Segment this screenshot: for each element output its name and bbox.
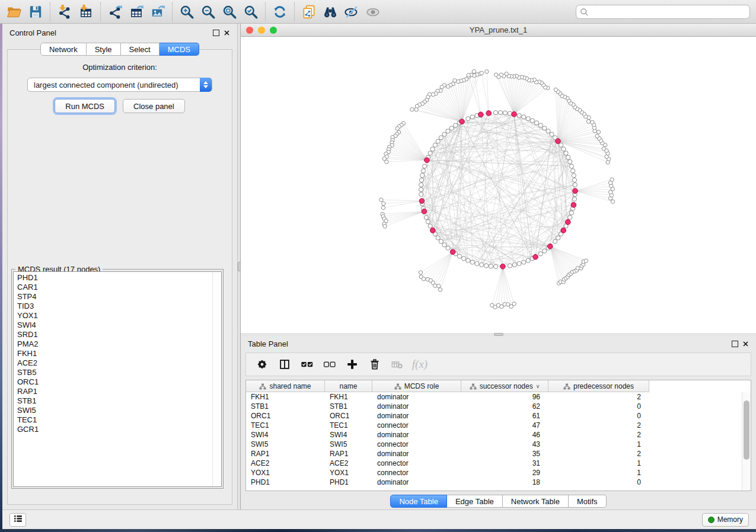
zoom-out-icon[interactable] bbox=[197, 2, 219, 21]
tab-select[interactable]: Select bbox=[121, 43, 160, 56]
mcds-result-node[interactable]: RAP1 bbox=[14, 387, 221, 396]
sort-desc-icon: ∨ bbox=[536, 383, 540, 389]
float-table-panel-icon[interactable] bbox=[732, 341, 738, 347]
cell-shared_name: TEC1 bbox=[246, 421, 325, 430]
run-mcds-button[interactable]: Run MCDS bbox=[55, 99, 115, 113]
open-file-icon[interactable] bbox=[4, 2, 25, 21]
column-header-name[interactable]: name bbox=[325, 380, 372, 392]
optimization-criterion-select[interactable]: largest connected component (undirected) bbox=[27, 78, 212, 92]
table-row[interactable]: ORC1ORC1dominator610 bbox=[246, 411, 742, 421]
deselect-all-icon[interactable] bbox=[318, 354, 341, 374]
network-view-title: YPA_prune.txt_1 bbox=[241, 25, 756, 34]
export-image-icon[interactable] bbox=[147, 2, 168, 21]
show-all-icon bbox=[362, 2, 384, 21]
select-all-icon[interactable] bbox=[296, 354, 318, 374]
settings-gear-icon[interactable] bbox=[251, 354, 273, 374]
cell-predecessor_nodes: 1 bbox=[548, 440, 649, 448]
cell-predecessor_nodes: 0 bbox=[548, 478, 649, 486]
mcds-result-node[interactable]: FKH1 bbox=[14, 349, 221, 358]
table-panel-tabs: Node TableEdge TableNetwork TableMotifs bbox=[241, 495, 756, 508]
tab-edge-table[interactable]: Edge Table bbox=[447, 495, 503, 508]
cell-mcds_role: dominator bbox=[372, 450, 461, 458]
mcds-result-node[interactable]: TEC1 bbox=[14, 415, 221, 425]
import-network-icon[interactable] bbox=[54, 2, 75, 21]
column-header-successor-nodes[interactable]: successor nodes∨ bbox=[461, 380, 548, 392]
find-icon[interactable] bbox=[320, 2, 341, 21]
column-header-MCDS-role[interactable]: MCDS role bbox=[372, 380, 461, 392]
import-table-icon[interactable] bbox=[75, 2, 97, 21]
mcds-result-node[interactable]: YOX1 bbox=[14, 311, 221, 321]
delete-column-icon[interactable] bbox=[363, 354, 386, 374]
mcds-result-node[interactable]: STP4 bbox=[14, 292, 221, 302]
mcds-result-node[interactable]: SWI4 bbox=[14, 321, 221, 330]
mcds-result-node[interactable]: TID3 bbox=[14, 302, 221, 311]
mcds-result-node[interactable]: STB1 bbox=[14, 396, 221, 406]
mcds-result-node[interactable]: GCR1 bbox=[14, 425, 221, 434]
table-scrollbar[interactable] bbox=[742, 392, 751, 491]
export-network-icon[interactable] bbox=[104, 2, 126, 21]
memory-button[interactable]: Memory bbox=[702, 513, 749, 527]
tab-network[interactable]: Network bbox=[40, 43, 87, 56]
hide-selected-icon[interactable] bbox=[341, 2, 362, 21]
column-header-predecessor-nodes[interactable]: predecessor nodes bbox=[548, 380, 649, 392]
tab-mcds[interactable]: MCDS bbox=[160, 43, 199, 56]
toolbar-group bbox=[0, 2, 50, 21]
zoom-selected-icon[interactable] bbox=[240, 2, 261, 21]
cell-mcds_role: dominator bbox=[372, 402, 461, 411]
table-row[interactable]: RAP1RAP1dominator352 bbox=[246, 449, 742, 459]
column-header-shared-name[interactable]: shared name bbox=[246, 380, 325, 392]
mcds-result-node[interactable]: PMA2 bbox=[14, 339, 221, 349]
close-panel-button[interactable]: Close panel bbox=[123, 99, 185, 113]
tab-node-table[interactable]: Node Table bbox=[390, 495, 447, 508]
zoom-in-icon[interactable] bbox=[176, 2, 197, 21]
mcds-result-node[interactable]: SWI5 bbox=[14, 406, 221, 415]
cell-mcds_role: dominator bbox=[372, 478, 461, 486]
float-panel-icon[interactable] bbox=[213, 30, 219, 36]
table-row[interactable]: YOX1YOX1connector291 bbox=[246, 468, 742, 477]
task-list-icon bbox=[13, 514, 23, 526]
table-row[interactable]: SWI5SWI5connector431 bbox=[246, 440, 742, 449]
tab-style[interactable]: Style bbox=[87, 43, 121, 56]
close-panel-icon[interactable] bbox=[224, 30, 230, 36]
network-canvas[interactable] bbox=[241, 37, 756, 333]
export-table-icon[interactable] bbox=[126, 2, 147, 21]
mcds-result-node[interactable]: SRD1 bbox=[14, 330, 221, 339]
cell-mcds_role: connector bbox=[372, 440, 461, 448]
table-row[interactable]: FKH1FKH1dominator962 bbox=[246, 392, 742, 402]
cell-successor_nodes: 46 bbox=[461, 431, 548, 439]
mcds-result-node[interactable]: ACE2 bbox=[14, 358, 221, 368]
mcds-result-group: MCDS result (17 nodes) PHD1CAR1STP4TID3Y… bbox=[11, 269, 224, 489]
add-column-icon[interactable] bbox=[341, 354, 363, 374]
task-history-button[interactable] bbox=[9, 513, 26, 527]
cell-shared_name: PHD1 bbox=[246, 478, 325, 486]
table-row[interactable]: STB1STB1dominator620 bbox=[246, 402, 742, 411]
table-row[interactable]: PHD1PHD1dominator180 bbox=[246, 477, 742, 487]
mcds-result-node[interactable]: PHD1 bbox=[14, 273, 221, 283]
network-view-titlebar[interactable]: YPA_prune.txt_1 bbox=[241, 24, 756, 37]
control-panel-header: Control Panel bbox=[2, 24, 237, 41]
close-table-panel-icon[interactable] bbox=[742, 341, 749, 347]
mcds-result-node[interactable]: ORC1 bbox=[14, 377, 221, 387]
column-visibility-icon[interactable] bbox=[273, 354, 296, 374]
zoom-fit-icon[interactable] bbox=[219, 2, 240, 21]
table-header-row: shared namenameMCDS rolesuccessor nodes∨… bbox=[246, 380, 649, 392]
refresh-layout-icon[interactable] bbox=[269, 2, 291, 21]
cell-successor_nodes: 96 bbox=[461, 393, 548, 401]
search-input[interactable] bbox=[576, 5, 750, 19]
table-row[interactable]: SWI4SWI4dominator462 bbox=[246, 430, 742, 440]
result-list-scrollbar[interactable] bbox=[212, 272, 221, 486]
mcds-result-node[interactable]: STB5 bbox=[14, 368, 221, 377]
copy-network-icon[interactable] bbox=[298, 2, 320, 21]
table-row[interactable]: ACE2ACE2connector311 bbox=[246, 459, 742, 468]
cell-predecessor_nodes: 0 bbox=[548, 402, 649, 411]
cell-successor_nodes: 18 bbox=[461, 478, 548, 486]
cell-predecessor_nodes: 1 bbox=[548, 469, 649, 477]
table-row[interactable]: TEC1TEC1connector472 bbox=[246, 421, 742, 430]
tab-network-table[interactable]: Network Table bbox=[503, 495, 569, 508]
tab-motifs[interactable]: Motifs bbox=[569, 495, 607, 508]
table-scrollbar-thumb[interactable] bbox=[744, 400, 749, 460]
save-session-icon[interactable] bbox=[25, 2, 46, 21]
search-field-wrap bbox=[576, 5, 750, 19]
control-panel-tabs: NetworkStyleSelectMCDS bbox=[2, 43, 237, 56]
mcds-result-node[interactable]: CAR1 bbox=[14, 283, 221, 292]
